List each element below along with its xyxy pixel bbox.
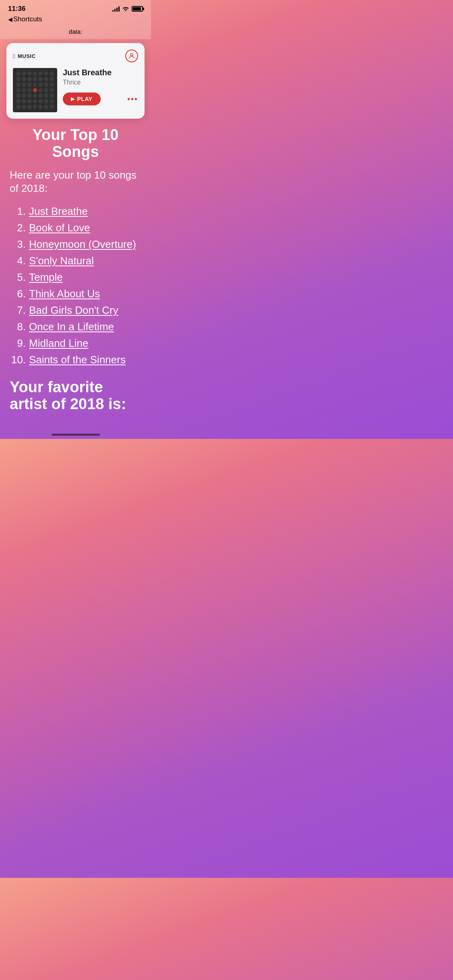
song-number: 7.: [10, 304, 26, 317]
list-item: 7. Bad Girls Don't Cry: [10, 304, 141, 317]
list-item: 3. Honeymoon (Overture): [10, 238, 141, 251]
song-link[interactable]: Bad Girls Don't Cry: [29, 304, 118, 317]
music-card-header:  MUSIC: [13, 49, 138, 62]
top-songs-title: Your Top 10 Songs: [10, 127, 141, 161]
song-number: 5.: [10, 271, 26, 284]
song-link[interactable]: Just Breathe: [29, 205, 88, 218]
play-label: PLAY: [77, 96, 93, 102]
music-card:  MUSIC: [6, 43, 145, 119]
song-number: 1.: [10, 205, 26, 218]
album-art-pattern: [13, 68, 57, 112]
wifi-icon: [122, 6, 129, 12]
status-bar: 11:36: [0, 0, 151, 14]
service-name: MUSIC: [18, 53, 35, 59]
data-label: data:: [0, 27, 151, 39]
artist-name: Thrice: [63, 79, 138, 86]
back-navigation[interactable]: ◀ Shortcuts: [0, 14, 151, 27]
song-link[interactable]: Book of Love: [29, 222, 90, 234]
apple-icon: : [13, 53, 15, 60]
song-number: 2.: [10, 222, 26, 234]
song-link[interactable]: S'only Natural: [29, 255, 94, 267]
song-number: 6.: [10, 288, 26, 300]
list-item: 1. Just Breathe: [10, 205, 141, 218]
subtitle: Here are your top 10 songs of 2018:: [10, 169, 141, 196]
more-options-button[interactable]: •••: [127, 95, 138, 104]
song-link[interactable]: Honeymoon (Overture): [29, 238, 136, 251]
list-item: 2. Book of Love: [10, 222, 141, 234]
album-art: [13, 68, 57, 112]
song-number: 10.: [10, 354, 26, 366]
svg-point-0: [130, 54, 133, 56]
song-link[interactable]: Once In a Lifetime: [29, 321, 114, 333]
favorite-artist-title: Your favorite artist of 2018 is:: [10, 379, 141, 413]
song-number: 8.: [10, 321, 26, 333]
list-item: 6. Think About Us: [10, 288, 141, 300]
song-link[interactable]: Temple: [29, 271, 63, 284]
back-arrow-icon: ◀: [8, 16, 12, 23]
list-item: 9. Midland Line: [10, 337, 141, 350]
music-info: Just Breathe Thrice ▶ PLAY •••: [63, 68, 138, 105]
song-link[interactable]: Midland Line: [29, 337, 88, 350]
list-item: 8. Once In a Lifetime: [10, 321, 141, 333]
list-item: 4. S'only Natural: [10, 255, 141, 267]
back-label: Shortcuts: [13, 15, 42, 23]
play-triangle-icon: ▶: [71, 96, 75, 102]
battery-icon: [132, 6, 143, 12]
status-time: 11:36: [8, 5, 25, 13]
song-number: 4.: [10, 255, 26, 267]
song-number: 3.: [10, 238, 26, 251]
music-card-body: Just Breathe Thrice ▶ PLAY •••: [13, 68, 138, 112]
status-icons: [112, 6, 143, 12]
song-number: 9.: [10, 337, 26, 350]
main-content: Your Top 10 Songs Here are your top 10 s…: [0, 127, 151, 429]
play-button[interactable]: ▶ PLAY: [63, 93, 101, 105]
list-item: 5. Temple: [10, 271, 141, 284]
list-item: 10. Saints of the Sinners: [10, 354, 141, 366]
profile-icon[interactable]: [125, 49, 138, 62]
song-link[interactable]: Think About Us: [29, 288, 100, 300]
card-actions: ▶ PLAY •••: [63, 93, 138, 105]
songs-list: 1. Just Breathe 2. Book of Love 3. Honey…: [10, 205, 141, 366]
apple-music-logo:  MUSIC: [13, 53, 35, 60]
song-title: Just Breathe: [63, 68, 138, 77]
song-link[interactable]: Saints of the Sinners: [29, 354, 126, 366]
bottom-indicator: [0, 429, 151, 439]
home-indicator: [52, 434, 100, 436]
signal-icon: [112, 6, 120, 12]
